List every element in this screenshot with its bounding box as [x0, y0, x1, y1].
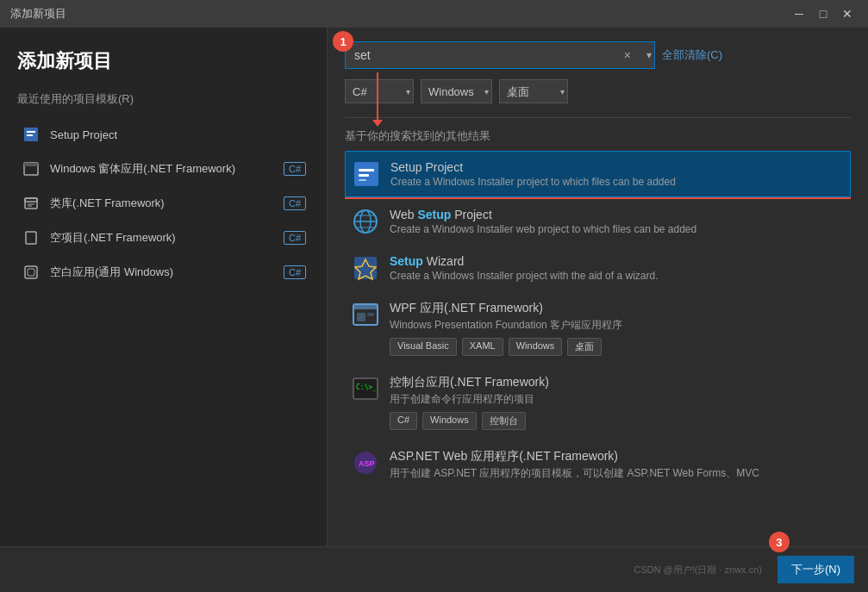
result-item-wpf[interactable]: WPF 应用(.NET Framework) Windows Presentat… — [345, 292, 851, 365]
annotation-circle-1: 1 — [333, 31, 353, 52]
setup-project-result-desc: Create a Windows Installer project to wh… — [390, 176, 843, 188]
dialog: 添加新项目 ─ □ ✕ 添加新项目 最近使用的项目模板(R) — [0, 0, 868, 592]
svg-rect-4 — [24, 163, 38, 166]
svg-rect-25 — [357, 313, 365, 321]
next-button[interactable]: 下一步(N) — [777, 556, 854, 583]
svg-rect-13 — [359, 169, 374, 171]
console-tag-windows: Windows — [422, 412, 477, 430]
svg-rect-5 — [25, 198, 37, 209]
main-content: 添加新项目 最近使用的项目模板(R) Setup Project — [0, 28, 868, 546]
sidebar-item-windows-forms[interactable]: Windows 窗体应用(.NET Framework) C# — [17, 152, 309, 186]
result-item-setup-project[interactable]: Setup Project Create a Windows Installer… — [345, 151, 851, 197]
search-dropdown-button[interactable]: ▾ — [643, 49, 655, 61]
setup-wizard-desc: Create a Windows Installer project with … — [390, 270, 844, 282]
setup-project-icon — [21, 124, 41, 145]
result-item-setup-wizard[interactable]: Setup Wizard Create a Windows Installer … — [345, 246, 851, 290]
divider — [345, 117, 851, 118]
recent-label: 最近使用的项目模板(R) — [17, 91, 309, 107]
setup-project-result-title: Setup Project — [390, 160, 843, 174]
type-filter[interactable]: 桌面 Web 移动 — [499, 79, 568, 103]
title-bar-controls: ─ □ ✕ — [789, 3, 858, 24]
windows-forms-label: Windows 窗体应用(.NET Framework) — [50, 161, 235, 177]
dialog-title: 添加新项目 — [17, 48, 309, 74]
empty-project-icon — [21, 227, 41, 248]
setup-project-result-text: Setup Project Create a Windows Installer… — [390, 160, 843, 188]
wpf-tag-vb: Visual Basic — [390, 338, 457, 356]
empty-project-badge: C# — [284, 231, 306, 245]
setup-project-result-icon — [353, 160, 380, 188]
web-setup-desc: Create a Windows Installer web project t… — [390, 223, 844, 235]
setup-wizard-text: Setup Wizard Create a Windows Installer … — [390, 254, 844, 282]
svg-text:ASP: ASP — [359, 459, 375, 468]
close-button[interactable]: ✕ — [837, 3, 858, 24]
aspnet-desc: 用于创建 ASP.NET 应用程序的项目模板，可以创建 ASP.NET Web … — [390, 466, 844, 481]
svg-rect-10 — [25, 266, 37, 278]
maximize-button[interactable]: □ — [813, 3, 834, 24]
section-label: 基于你的搜索找到的其他结果 — [345, 128, 851, 144]
svg-rect-1 — [27, 131, 35, 133]
result-item-console[interactable]: C:\>_ 控制台应用(.NET Framework) 用于创建命令行应用程序的… — [345, 366, 851, 439]
type-filter-wrap: 桌面 Web 移动 — [499, 79, 568, 103]
svg-rect-26 — [367, 313, 374, 316]
annotation-arrow — [372, 72, 383, 127]
title-bar: 添加新项目 ─ □ ✕ — [0, 0, 868, 28]
svg-rect-14 — [359, 174, 369, 177]
result-item-wrapper-setup: 2 Setup Project Create a — [345, 151, 851, 197]
class-lib-icon — [21, 193, 41, 214]
clear-all-button[interactable]: 全部清除(C) — [662, 47, 722, 63]
wpf-tag-windows: Windows — [509, 338, 563, 356]
sidebar-item-class-lib[interactable]: 类库(.NET Framework) C# — [17, 186, 309, 221]
aspnet-icon: ASP — [352, 449, 379, 477]
aspnet-title: ASP.NET Web 应用程序(.NET Framework) — [390, 449, 844, 464]
title-bar-text: 添加新项目 — [10, 6, 66, 22]
search-input[interactable] — [345, 41, 655, 69]
sidebar-item-blank-app[interactable]: 空白应用(通用 Windows) C# — [17, 255, 309, 290]
wpf-tag-xaml: XAML — [462, 338, 503, 356]
results-list: 2 Setup Project Create a — [345, 151, 851, 533]
console-icon: C:\>_ — [352, 375, 379, 402]
setup-wizard-icon — [352, 254, 379, 282]
blank-app-label: 空白应用(通用 Windows) — [50, 265, 173, 280]
console-tag-console: 控制台 — [482, 412, 526, 430]
console-tag-csharp: C# — [390, 412, 417, 430]
wpf-tags: Visual Basic XAML Windows 桌面 — [390, 338, 844, 356]
wpf-icon — [352, 301, 379, 328]
footer: CSDN @用户!(日期 · znwx.cn) 3 下一步(N) — [0, 546, 868, 592]
svg-rect-6 — [25, 198, 37, 202]
windows-forms-icon — [21, 159, 41, 179]
web-setup-title: Web Setup Project — [390, 208, 844, 221]
setup-project-label: Setup Project — [50, 128, 117, 141]
console-text: 控制台应用(.NET Framework) 用于创建命令行应用程序的项目 C# … — [390, 375, 844, 430]
footer-note: CSDN @用户!(日期 · znwx.cn) — [14, 564, 771, 576]
empty-project-label: 空项目(.NET Framework) — [50, 230, 176, 246]
svg-rect-24 — [353, 304, 378, 309]
annotation-circle-3: 3 — [769, 532, 790, 552]
sidebar-item-setup-project[interactable]: Setup Project — [17, 117, 309, 152]
wpf-tag-desktop: 桌面 — [567, 338, 602, 356]
class-lib-badge: C# — [284, 196, 306, 210]
wpf-title: WPF 应用(.NET Framework) — [390, 301, 844, 316]
result-item-aspnet[interactable]: ASP ASP.NET Web 应用程序(.NET Framework) 用于创… — [345, 440, 851, 489]
web-setup-text: Web Setup Project Create a Windows Insta… — [390, 208, 844, 235]
windows-forms-badge: C# — [284, 162, 306, 176]
sidebar-item-empty-project[interactable]: 空项目(.NET Framework) C# — [17, 221, 309, 255]
platform-filter-wrap: Windows Linux macOS — [421, 79, 492, 103]
result-item-web-setup[interactable]: Web Setup Project Create a Windows Insta… — [345, 199, 851, 244]
wpf-text: WPF 应用(.NET Framework) Windows Presentat… — [390, 301, 844, 356]
filter-row: C# VB C++ Windows Linux macOS 桌面 Web — [345, 79, 851, 103]
svg-rect-11 — [28, 269, 34, 276]
console-tags: C# Windows 控制台 — [390, 412, 844, 430]
console-title: 控制台应用(.NET Framework) — [390, 375, 844, 390]
svg-rect-9 — [26, 232, 36, 244]
search-clear-button[interactable]: × — [621, 48, 634, 62]
setup-wizard-title: Setup Wizard — [390, 254, 844, 268]
right-panel: 1 × ▾ 全部清除(C) — [328, 28, 868, 546]
minimize-button[interactable]: ─ — [789, 3, 809, 24]
platform-filter[interactable]: Windows Linux macOS — [421, 79, 492, 103]
svg-rect-2 — [27, 134, 33, 136]
wpf-desc: Windows Presentation Foundation 客户端应用程序 — [390, 318, 844, 333]
aspnet-text: ASP.NET Web 应用程序(.NET Framework) 用于创建 AS… — [390, 449, 844, 481]
console-desc: 用于创建命令行应用程序的项目 — [390, 392, 844, 407]
search-container: × ▾ — [345, 41, 655, 69]
class-lib-label: 类库(.NET Framework) — [50, 196, 165, 211]
